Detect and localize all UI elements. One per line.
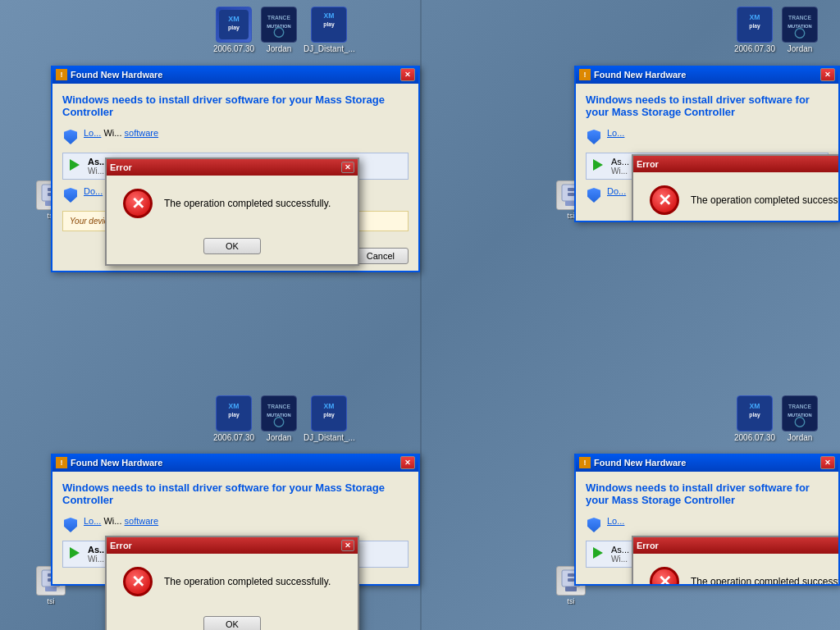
svg-rect-49 bbox=[568, 578, 574, 582]
fnh-option1-tl: Lo... Wi... software bbox=[62, 128, 409, 146]
error-title-text-tr: Error bbox=[637, 159, 659, 169]
fnh-title-icon-br: ! bbox=[579, 457, 591, 468]
svg-rect-48 bbox=[568, 573, 574, 577]
icon-label-xmplay-tl: 2006.07.30 bbox=[213, 44, 254, 53]
svg-text:XM: XM bbox=[750, 402, 760, 410]
icon-dj-bl[interactable]: XM play DJ_Distant_... bbox=[304, 395, 355, 442]
error-close-btn-tl[interactable]: ✕ bbox=[341, 162, 354, 173]
shield-icon2-tl bbox=[62, 186, 79, 204]
fnh-close-btn-bl[interactable]: ✕ bbox=[400, 456, 415, 469]
error-buttons-tl: OK bbox=[107, 231, 358, 264]
svg-rect-47 bbox=[565, 587, 577, 591]
shield-icon-tl bbox=[62, 128, 79, 146]
fnh-option1-link-tl[interactable]: Lo... bbox=[84, 128, 101, 138]
error-ok-btn-bl[interactable]: OK bbox=[203, 616, 261, 630]
icon-label-xmplay-bl: 2006.07.30 bbox=[213, 433, 254, 442]
fnh-cancel-btn-tl[interactable]: Cancel bbox=[353, 248, 409, 264]
icon-xmplay-tr[interactable]: XM play 2006.07.30 bbox=[734, 7, 775, 53]
svg-text:TRANCE: TRANCE bbox=[267, 15, 290, 21]
fnh-title-icon-tl: ! bbox=[56, 69, 67, 80]
error-buttons-bl: OK bbox=[107, 609, 358, 630]
error-dialog-tl: Error ✕ ✕ The operation completed succes… bbox=[105, 158, 359, 266]
icon-xmplay-br[interactable]: XM play 2006.07.30 bbox=[734, 395, 775, 442]
fnh-titlebar-left-tl: ! Found New Hardware bbox=[56, 69, 162, 80]
fnh-titlebar-left-bl: ! Found New Hardware bbox=[56, 457, 162, 468]
svg-text:!: ! bbox=[584, 459, 587, 467]
icon-trance-tr[interactable]: TRANCE MUTATION Jordan bbox=[782, 7, 818, 53]
svg-rect-39 bbox=[45, 587, 57, 591]
fnh-option1-br: Lo... bbox=[586, 516, 829, 534]
fnh-titlebar-tr: ! Found New Hardware ✕ bbox=[576, 66, 838, 84]
svg-text:XM: XM bbox=[324, 11, 335, 20]
error-titlebar-tr: Error ✕ bbox=[633, 156, 840, 172]
fnh-titlebar-left-br: ! Found New Hardware bbox=[579, 457, 686, 468]
icon-trance-bl[interactable]: TRANCE MUTATION Jordan bbox=[261, 395, 297, 442]
svg-text:TRANCE: TRANCE bbox=[788, 404, 811, 409]
svg-text:play: play bbox=[324, 21, 336, 28]
error-close-btn-bl[interactable]: ✕ bbox=[341, 540, 354, 551]
svg-text:play: play bbox=[228, 412, 240, 418]
error-title-text-br: Error bbox=[637, 541, 659, 550]
fnh-close-btn-br[interactable]: ✕ bbox=[820, 456, 835, 469]
arrow-icon-tr bbox=[590, 157, 606, 173]
svg-text:play: play bbox=[228, 25, 240, 31]
trance-icon-bl: TRANCE MUTATION bbox=[261, 395, 297, 431]
error-dialog-bl: Error ✕ ✕ The operation completed succes… bbox=[105, 536, 359, 630]
fnh-titlebar-bl: ! Found New Hardware ✕ bbox=[52, 454, 418, 472]
fnh-window-top-left: ! Found New Hardware ✕ Windows needs to … bbox=[51, 66, 420, 272]
svg-text:XM: XM bbox=[229, 402, 240, 410]
arrow-icon-br bbox=[590, 545, 606, 561]
usb-label-br: tsi bbox=[568, 597, 575, 605]
svg-text:play: play bbox=[324, 412, 336, 418]
icon-xmplay-bl[interactable]: XM play 2006.07.30 bbox=[213, 395, 254, 442]
taskbar-icons-top-right: XM play 2006.07.30 TRANCE MUTATION Jorda… bbox=[734, 7, 818, 53]
xmplay-icon-tl: XM play bbox=[216, 7, 252, 43]
svg-text:XM: XM bbox=[228, 15, 240, 23]
fnh-titlebar-br: ! Found New Hardware ✕ bbox=[576, 454, 838, 472]
svg-rect-45 bbox=[568, 193, 574, 196]
error-ok-btn-tl[interactable]: OK bbox=[203, 238, 261, 254]
svg-text:MUTATION: MUTATION bbox=[788, 413, 811, 418]
fnh-titlebar-buttons-bl: ✕ bbox=[400, 456, 415, 469]
fnh-titlebar-buttons-tr: ✕ bbox=[820, 68, 835, 81]
arrow-icon-tl bbox=[66, 157, 83, 173]
svg-text:!: ! bbox=[584, 71, 587, 79]
shield-icon2-tr bbox=[586, 186, 602, 204]
fnh-title-text-tr: Found New Hardware bbox=[594, 70, 686, 80]
vertical-divider bbox=[420, 0, 422, 630]
svg-text:XM: XM bbox=[324, 402, 335, 410]
dj-icon-tl: XM play bbox=[311, 7, 347, 43]
fnh-titlebar-buttons-br: ✕ bbox=[820, 456, 835, 469]
fnh-titlebar-left-tr: ! Found New Hardware bbox=[579, 69, 686, 80]
fnh-titlebar-buttons-tl: ✕ bbox=[400, 68, 415, 81]
error-content-bl: ✕ The operation completed successfully. bbox=[107, 554, 358, 609]
fnh-close-btn-tl[interactable]: ✕ bbox=[400, 68, 415, 81]
icon-trance-tl[interactable]: TRANCE MUTATION Jordan bbox=[261, 7, 297, 53]
icon-trance-br[interactable]: TRANCE MUTATION Jordan bbox=[782, 395, 818, 442]
fnh-option1-sub-tl: Wi... software bbox=[103, 128, 158, 138]
fnh-close-btn-tr[interactable]: ✕ bbox=[820, 68, 835, 81]
icon-label-dj-bl: DJ_Distant_... bbox=[304, 433, 355, 442]
fnh-option3-link-tl[interactable]: Do... bbox=[84, 186, 103, 196]
error-content-tl: ✕ The operation completed successfully. bbox=[107, 176, 358, 231]
fnh-heading-tl: Windows needs to install driver software… bbox=[62, 94, 409, 118]
shield-icon-tr bbox=[586, 128, 602, 146]
icon-dj-tl[interactable]: XM play DJ_Distant_... bbox=[304, 7, 355, 53]
taskbar-icons-bottom-left: XM play 2006.07.30 TRANCE MUTATION Jorda… bbox=[213, 395, 355, 442]
error-title-text-bl: Error bbox=[110, 541, 132, 550]
error-content-br: ✕ The operation completed successfully. bbox=[633, 554, 840, 586]
fnh-option1-text-br: Lo... bbox=[607, 516, 829, 526]
fnh-software-link-tl[interactable]: software bbox=[125, 128, 159, 138]
trance-icon-br: TRANCE MUTATION bbox=[782, 395, 818, 431]
fnh-option1-bl: Lo... Wi... software bbox=[62, 516, 409, 534]
svg-text:XM: XM bbox=[750, 13, 760, 21]
svg-text:TRANCE: TRANCE bbox=[267, 404, 290, 409]
fnh-titlebar-tl: ! Found New Hardware ✕ bbox=[52, 66, 418, 84]
fnh-window-bottom-left: ! Found New Hardware ✕ Windows needs to … bbox=[51, 454, 420, 586]
icon-xmplay-tl[interactable]: XM play 2006.07.30 bbox=[213, 7, 254, 53]
trance-icon-tl: TRANCE MUTATION bbox=[261, 7, 297, 43]
xmplay-icon-bl: XM play bbox=[216, 395, 252, 431]
icon-label-xmplay-br: 2006.07.30 bbox=[734, 433, 775, 442]
svg-text:MUTATION: MUTATION bbox=[267, 413, 290, 418]
fnh-option1-tr: Lo... bbox=[586, 128, 829, 146]
